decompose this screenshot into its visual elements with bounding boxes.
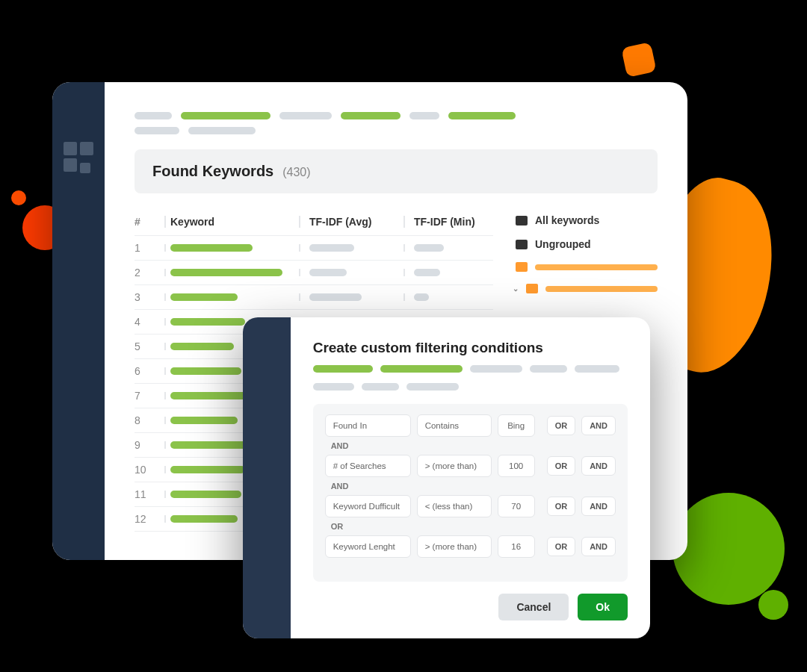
and-chip[interactable]: AND xyxy=(581,416,616,435)
decorative-circle-large xyxy=(672,493,785,605)
folder-placeholder xyxy=(535,264,658,270)
row-avg xyxy=(299,269,404,276)
row-min xyxy=(404,269,493,276)
condition-value-input[interactable]: 70 xyxy=(498,495,535,517)
chevron-down-icon: ⌄ xyxy=(513,284,519,293)
folder-custom-2[interactable]: ⌄ xyxy=(516,278,658,299)
condition-operator-select[interactable]: > (more than) xyxy=(417,455,492,477)
decorative-dot xyxy=(11,190,26,205)
folder-custom-1[interactable] xyxy=(516,256,658,278)
and-chip[interactable]: AND xyxy=(581,456,616,476)
or-chip[interactable]: OR xyxy=(547,416,576,435)
decorative-circle-small xyxy=(758,590,788,620)
row-min xyxy=(404,244,493,252)
folder-icon xyxy=(516,216,528,225)
condition-value-input[interactable]: 16 xyxy=(498,535,535,558)
row-keyword xyxy=(164,244,299,252)
condition-row: # of Searches> (more than)100ORAND xyxy=(325,455,616,477)
table-row[interactable]: 1 xyxy=(134,236,493,261)
filter-modal: Create custom filtering conditions Found… xyxy=(243,317,650,638)
section-title: Found Keywords xyxy=(152,163,273,180)
ok-button[interactable]: Ok xyxy=(578,594,628,620)
row-number: 10 xyxy=(134,464,164,476)
row-number: 4 xyxy=(134,316,164,328)
row-number: 9 xyxy=(134,439,164,451)
condition-operator-select[interactable]: > (more than) xyxy=(417,535,492,558)
breadcrumb-row-2 xyxy=(134,127,658,134)
cancel-button[interactable]: Cancel xyxy=(498,594,569,620)
condition-value-input[interactable]: Bing xyxy=(498,414,535,437)
table-row[interactable]: 2 xyxy=(134,261,493,285)
and-chip[interactable]: AND xyxy=(581,497,616,516)
condition-join-label: AND xyxy=(331,482,616,491)
breadcrumb-row-1 xyxy=(134,112,658,119)
row-min xyxy=(404,293,493,301)
col-keyword-header: Keyword xyxy=(164,216,299,228)
row-number: 5 xyxy=(134,340,164,352)
table-header-row: # Keyword TF-IDF (Avg) TF-IDF (Min) xyxy=(134,208,493,236)
condition-row: Found InContainsBingORAND xyxy=(325,414,616,437)
conditions-container: Found InContainsBingORANDAND# of Searche… xyxy=(313,404,628,582)
condition-row: Keyword Lenght> (more than)16ORAND xyxy=(325,535,616,558)
section-header: Found Keywords (430) xyxy=(134,149,658,193)
condition-operator-select[interactable]: < (less than) xyxy=(417,495,492,517)
modal-sidebar xyxy=(243,317,291,638)
folder-ungrouped[interactable]: Ungrouped xyxy=(516,232,658,256)
row-number: 12 xyxy=(134,513,164,525)
app-sidebar xyxy=(52,82,105,560)
table-row[interactable]: 3 xyxy=(134,285,493,310)
folder-placeholder xyxy=(545,286,658,292)
row-avg xyxy=(299,244,404,252)
or-chip[interactable]: OR xyxy=(547,497,576,516)
row-number: 11 xyxy=(134,488,164,500)
row-number: 3 xyxy=(134,291,164,303)
folder-icon xyxy=(516,262,528,272)
row-number: 1 xyxy=(134,242,164,254)
or-chip[interactable]: OR xyxy=(547,456,576,476)
logo-icon xyxy=(64,142,93,172)
or-chip[interactable]: OR xyxy=(547,537,576,556)
decorative-square xyxy=(621,42,656,77)
col-num-header: # xyxy=(134,216,164,228)
condition-row: Keyword Dufficult< (less than)70ORAND xyxy=(325,495,616,517)
row-number: 7 xyxy=(134,390,164,402)
folder-all-keywords[interactable]: All keywords xyxy=(516,208,658,232)
row-number: 2 xyxy=(134,267,164,279)
folder-label: All keywords xyxy=(535,214,599,226)
row-avg xyxy=(299,293,404,301)
section-count: (430) xyxy=(282,166,310,179)
modal-title: Create custom filtering conditions xyxy=(313,340,628,356)
condition-field-select[interactable]: # of Searches xyxy=(325,455,411,477)
col-avg-header: TF-IDF (Avg) xyxy=(299,216,404,228)
row-number: 8 xyxy=(134,414,164,426)
folder-label: Ungrouped xyxy=(535,238,591,250)
folder-icon xyxy=(526,284,538,293)
condition-operator-select[interactable]: Contains xyxy=(417,414,492,437)
condition-join-label: OR xyxy=(331,522,616,531)
row-number: 6 xyxy=(134,365,164,377)
condition-value-input[interactable]: 100 xyxy=(498,455,535,477)
modal-content: Create custom filtering conditions Found… xyxy=(291,317,650,638)
row-keyword xyxy=(164,269,299,276)
condition-join-label: AND xyxy=(331,441,616,450)
row-keyword xyxy=(164,293,299,301)
and-chip[interactable]: AND xyxy=(581,537,616,556)
modal-breadcrumbs xyxy=(313,365,628,391)
condition-field-select[interactable]: Keyword Lenght xyxy=(325,535,411,558)
condition-field-select[interactable]: Found In xyxy=(325,414,411,437)
modal-actions: Cancel Ok xyxy=(313,594,628,620)
condition-field-select[interactable]: Keyword Dufficult xyxy=(325,495,411,517)
col-min-header: TF-IDF (Min) xyxy=(404,216,493,228)
folder-icon xyxy=(516,240,528,249)
